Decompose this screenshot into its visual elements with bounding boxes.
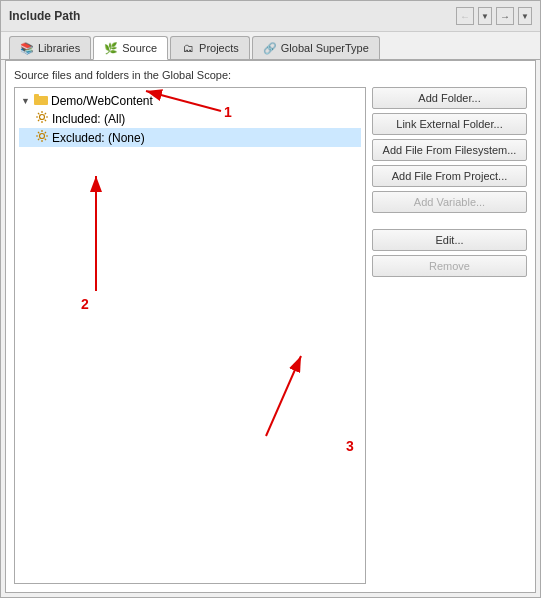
remove-button[interactable]: Remove [372, 255, 527, 277]
include-path-window: Include Path ← ▼ → ▼ 📚 Libraries 🌿 Sourc… [0, 0, 541, 598]
add-file-project-button[interactable]: Add File From Project... [372, 165, 527, 187]
tab-global-supertype-label: Global SuperType [281, 42, 369, 54]
tree-item-excluded[interactable]: Excluded: (None) [19, 128, 361, 147]
svg-point-3 [40, 134, 45, 139]
back-button[interactable]: ← [456, 7, 474, 25]
projects-icon: 🗂 [181, 41, 195, 55]
tab-projects[interactable]: 🗂 Projects [170, 36, 250, 59]
svg-rect-1 [34, 94, 39, 98]
back-dropdown[interactable]: ▼ [478, 7, 492, 25]
tabs-bar: 📚 Libraries 🌿 Source 🗂 Projects 🔗 Global… [1, 32, 540, 60]
gear-icon [35, 110, 49, 127]
tab-projects-label: Projects [199, 42, 239, 54]
tree-item-label: Included: (All) [52, 112, 125, 126]
libraries-icon: 📚 [20, 41, 34, 55]
tree-item-label: Demo/WebContent [51, 94, 153, 108]
forward-dropdown[interactable]: ▼ [518, 7, 532, 25]
tab-global-supertype[interactable]: 🔗 Global SuperType [252, 36, 380, 59]
nav-controls: ← ▼ → ▼ [456, 7, 532, 25]
tab-libraries-label: Libraries [38, 42, 80, 54]
add-file-filesystem-button[interactable]: Add File From Filesystem... [372, 139, 527, 161]
tree-item-included[interactable]: Included: (All) [19, 109, 361, 128]
content-area: Source files and folders in the Global S… [5, 60, 536, 593]
section-label: Source files and folders in the Global S… [14, 69, 527, 81]
tree-panel[interactable]: ▼ Demo/WebContent [14, 87, 366, 584]
global-supertype-icon: 🔗 [263, 41, 277, 55]
source-icon: 🌿 [104, 41, 118, 55]
forward-button[interactable]: → [496, 7, 514, 25]
folder-icon [34, 93, 48, 108]
edit-button[interactable]: Edit... [372, 229, 527, 251]
add-folder-button[interactable]: Add Folder... [372, 87, 527, 109]
tree-item-demo-webcontent[interactable]: ▼ Demo/WebContent [19, 92, 361, 109]
window-title: Include Path [9, 9, 80, 23]
tab-source-label: Source [122, 42, 157, 54]
link-external-folder-button[interactable]: Link External Folder... [372, 113, 527, 135]
add-variable-button[interactable]: Add Variable... [372, 191, 527, 213]
title-bar: Include Path ← ▼ → ▼ [1, 1, 540, 32]
tree-item-label: Excluded: (None) [52, 131, 145, 145]
main-area: ▼ Demo/WebContent [14, 87, 527, 584]
tab-libraries[interactable]: 📚 Libraries [9, 36, 91, 59]
gear-icon [35, 129, 49, 146]
chevron-icon: ▼ [21, 96, 31, 106]
tab-source[interactable]: 🌿 Source [93, 36, 168, 60]
svg-point-2 [40, 115, 45, 120]
buttons-panel: Add Folder... Link External Folder... Ad… [372, 87, 527, 584]
